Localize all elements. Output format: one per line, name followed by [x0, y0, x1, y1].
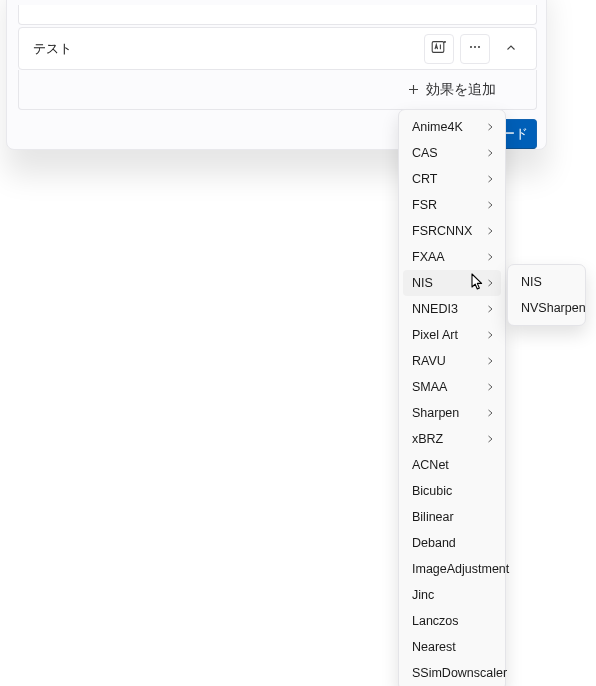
menu-item[interactable]: FXAA	[403, 244, 501, 270]
menu-item-label: Bilinear	[412, 510, 497, 524]
menu-item-label: Deband	[412, 536, 497, 550]
menu-item[interactable]: CRT	[403, 166, 501, 192]
effect-row[interactable]: テスト	[18, 27, 537, 70]
menu-item[interactable]: SSimDownscaler	[403, 660, 501, 686]
menu-item[interactable]: SMAA	[403, 374, 501, 400]
submenu-item[interactable]: NIS	[512, 269, 581, 295]
chevron-right-icon	[483, 356, 497, 366]
menu-item[interactable]: Deband	[403, 530, 501, 556]
chevron-right-icon	[483, 252, 497, 262]
chevron-right-icon	[483, 200, 497, 210]
menu-item[interactable]: NNEDI3	[403, 296, 501, 322]
menu-item-label: CRT	[412, 172, 483, 186]
menu-item-label: SSimDownscaler	[412, 666, 507, 680]
menu-item[interactable]: RAVU	[403, 348, 501, 374]
menu-item[interactable]: FSRCNNX	[403, 218, 501, 244]
svg-point-2	[474, 46, 476, 48]
chevron-right-icon	[483, 382, 497, 392]
menu-item-label: SMAA	[412, 380, 483, 394]
menu-item[interactable]: CAS	[403, 140, 501, 166]
menu-item-label: Nearest	[412, 640, 497, 654]
submenu-item[interactable]: NVSharpen	[512, 295, 581, 321]
menu-item-label: ACNet	[412, 458, 497, 472]
menu-item[interactable]: ACNet	[403, 452, 501, 478]
more-icon	[467, 39, 483, 58]
menu-item-label: xBRZ	[412, 432, 483, 446]
menu-item[interactable]: Anime4K	[403, 114, 501, 140]
effects-menu: Anime4KCASCRTFSRFSRCNNXFXAANISNNEDI3Pixe…	[398, 109, 506, 686]
svg-point-3	[478, 46, 480, 48]
effect-row-title: テスト	[33, 40, 424, 58]
submenu-item-label: NIS	[521, 275, 577, 289]
menu-item[interactable]: xBRZ	[403, 426, 501, 452]
more-button[interactable]	[460, 34, 490, 64]
chevron-up-icon	[505, 41, 517, 57]
effects-submenu: NISNVSharpen	[507, 264, 586, 326]
chevron-right-icon	[483, 148, 497, 158]
chevron-right-icon	[483, 434, 497, 444]
chevron-right-icon	[483, 278, 497, 288]
menu-item-label: NIS	[412, 276, 483, 290]
menu-item-label: ImageAdjustment	[412, 562, 509, 576]
menu-item[interactable]: Jinc	[403, 582, 501, 608]
menu-item[interactable]: Sharpen	[403, 400, 501, 426]
menu-item-label: CAS	[412, 146, 483, 160]
collapse-button[interactable]	[496, 34, 526, 64]
menu-item[interactable]: ImageAdjustment	[403, 556, 501, 582]
add-effect-button[interactable]: 効果を追加	[18, 70, 537, 110]
menu-item-label: Pixel Art	[412, 328, 483, 342]
submenu-item-label: NVSharpen	[521, 301, 586, 315]
menu-item[interactable]: Bilinear	[403, 504, 501, 530]
chevron-right-icon	[483, 408, 497, 418]
menu-item-label: Anime4K	[412, 120, 483, 134]
menu-item[interactable]: NIS	[403, 270, 501, 296]
menu-item-label: FSRCNNX	[412, 224, 483, 238]
chevron-right-icon	[483, 304, 497, 314]
menu-item-label: Jinc	[412, 588, 497, 602]
chevron-right-icon	[483, 330, 497, 340]
menu-item-label: FSR	[412, 198, 483, 212]
svg-point-1	[470, 46, 472, 48]
chevron-right-icon	[483, 174, 497, 184]
menu-item[interactable]: Bicubic	[403, 478, 501, 504]
previous-row-fragment	[18, 5, 537, 25]
add-effect-label: 効果を追加	[426, 81, 496, 99]
menu-item-label: NNEDI3	[412, 302, 483, 316]
menu-item-label: Sharpen	[412, 406, 483, 420]
menu-item[interactable]: Nearest	[403, 634, 501, 660]
ai-button[interactable]	[424, 34, 454, 64]
menu-item-label: Bicubic	[412, 484, 497, 498]
ai-icon	[431, 39, 447, 58]
svg-rect-0	[432, 42, 444, 53]
menu-item-label: FXAA	[412, 250, 483, 264]
chevron-right-icon	[483, 122, 497, 132]
chevron-right-icon	[483, 226, 497, 236]
menu-item[interactable]: Pixel Art	[403, 322, 501, 348]
menu-item-label: RAVU	[412, 354, 483, 368]
menu-item[interactable]: FSR	[403, 192, 501, 218]
menu-item-label: Lanczos	[412, 614, 497, 628]
plus-icon	[407, 83, 420, 96]
menu-item[interactable]: Lanczos	[403, 608, 501, 634]
